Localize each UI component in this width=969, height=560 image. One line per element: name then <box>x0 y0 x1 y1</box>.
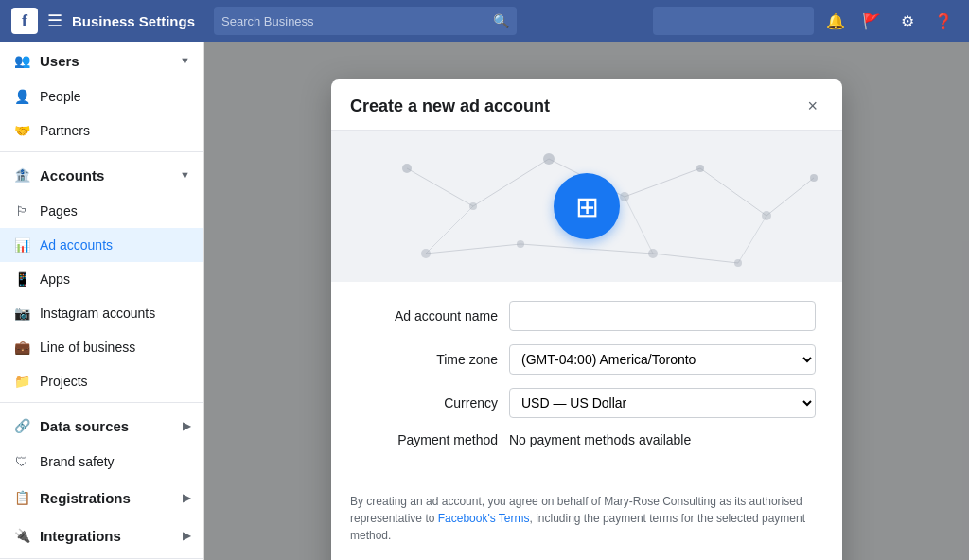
sidebar: 👥 Users ▼ 👤 People 🤝 Partners 🏦 Accounts… <box>0 42 204 560</box>
data-sources-chevron-icon: ▶ <box>183 420 190 432</box>
settings-icon[interactable]: ⚙ <box>893 7 922 35</box>
svg-line-11 <box>407 168 473 206</box>
projects-icon: 📁 <box>13 373 30 390</box>
payment-method-control: No payment methods available <box>509 431 816 448</box>
topbar: f ☰ Business Settings 🔍 🔔 🚩 ⚙ ❓ <box>0 0 969 42</box>
currency-control: USD — US Dollar <box>509 388 816 418</box>
currency-label: Currency <box>358 395 509 411</box>
integrations-icon: 🔌 <box>13 527 30 544</box>
line-of-business-label: Line of business <box>40 340 190 355</box>
brand-safety-icon: 🛡 <box>13 453 30 470</box>
svg-line-14 <box>625 168 700 197</box>
modal-title: Create a new ad account <box>350 96 550 116</box>
sidebar-group-data-sources[interactable]: 🔗 Data sources ▶ <box>0 407 203 445</box>
svg-line-22 <box>738 216 766 263</box>
pages-label: Pages <box>40 203 190 219</box>
divider-2 <box>0 402 203 403</box>
users-group-label: Users <box>40 53 170 69</box>
svg-line-15 <box>700 168 766 216</box>
sidebar-item-partners[interactable]: 🤝 Partners <box>0 114 203 148</box>
users-icon: 👥 <box>13 52 30 69</box>
time-zone-label: Time zone <box>358 352 509 367</box>
apps-label: Apps <box>40 271 190 287</box>
time-zone-row: Time zone (GMT-04:00) America/Toronto <box>358 344 816 375</box>
ad-accounts-label: Ad accounts <box>40 237 190 253</box>
topbar-title: Business Settings <box>72 13 195 29</box>
sidebar-item-pages[interactable]: 🏳 Pages <box>0 194 203 228</box>
brand-safety-label: Brand safety <box>40 454 190 469</box>
accounts-group-label: Accounts <box>40 167 170 184</box>
accounts-icon: 🏦 <box>13 166 30 184</box>
sidebar-group-users[interactable]: 👥 Users ▼ <box>0 42 203 79</box>
registrations-label: Registrations <box>40 490 173 506</box>
main-layout: 👥 Users ▼ 👤 People 🤝 Partners 🏦 Accounts… <box>0 42 969 560</box>
modal-footer-note: By creating an ad account, you agree on … <box>331 481 842 559</box>
ad-accounts-icon: 📊 <box>13 236 30 254</box>
partners-label: Partners <box>40 123 190 138</box>
search-input[interactable] <box>221 14 493 28</box>
svg-line-17 <box>426 244 520 254</box>
topbar-account-selector[interactable] <box>653 7 814 35</box>
content-area: Create a new ad account × <box>204 42 969 560</box>
integrations-label: Integrations <box>40 528 173 544</box>
sidebar-group-registrations[interactable]: 📋 Registrations ▶ <box>0 479 203 516</box>
modal-close-button[interactable]: × <box>802 95 823 118</box>
people-label: People <box>40 89 190 104</box>
svg-line-12 <box>473 159 549 206</box>
registrations-icon: 📋 <box>13 489 30 506</box>
line-of-business-icon: 💼 <box>13 339 30 356</box>
sidebar-item-instagram[interactable]: 📷 Instagram accounts <box>0 296 203 330</box>
partners-icon: 🤝 <box>13 122 30 139</box>
sidebar-item-projects[interactable]: 📁 Projects <box>0 364 203 398</box>
sidebar-item-apps[interactable]: 📱 Apps <box>0 262 203 296</box>
ad-icon: ⊞ <box>575 190 599 223</box>
apps-icon: 📱 <box>13 271 30 288</box>
svg-line-19 <box>653 254 738 263</box>
currency-row: Currency USD — US Dollar <box>358 388 816 418</box>
sidebar-item-ad-accounts[interactable]: 📊 Ad accounts <box>0 228 203 262</box>
sidebar-group-accounts[interactable]: 🏦 Accounts ▼ <box>0 156 203 194</box>
svg-line-21 <box>625 197 653 254</box>
time-zone-control: (GMT-04:00) America/Toronto <box>509 344 816 375</box>
facebook-terms-link[interactable]: Facebook's Terms <box>438 512 530 525</box>
ad-account-name-row: Ad account name <box>358 301 816 331</box>
fb-logo: f <box>11 8 38 34</box>
modal-icon-circle: ⊞ <box>554 173 620 239</box>
sidebar-group-integrations[interactable]: 🔌 Integrations ▶ <box>0 516 203 554</box>
currency-select[interactable]: USD — US Dollar <box>509 388 816 418</box>
help-icon[interactable]: ❓ <box>929 7 958 35</box>
instagram-icon: 📷 <box>13 305 30 322</box>
fb-logo-letter: f <box>22 11 27 31</box>
search-box[interactable]: 🔍 <box>214 7 517 35</box>
flag-icon[interactable]: 🚩 <box>857 7 886 35</box>
data-sources-icon: 🔗 <box>13 417 30 434</box>
integrations-chevron-icon: ▶ <box>183 530 190 542</box>
topbar-right: 🔔 🚩 ⚙ ❓ <box>653 7 958 35</box>
svg-line-18 <box>520 244 653 254</box>
ad-account-name-input[interactable] <box>509 301 816 331</box>
users-chevron-icon: ▼ <box>180 55 190 66</box>
modal-image-area: ⊞ <box>331 131 842 282</box>
sidebar-item-brand-safety[interactable]: 🛡 Brand safety <box>0 445 203 479</box>
registrations-chevron-icon: ▶ <box>183 492 190 504</box>
modal-overlay: Create a new ad account × <box>204 42 969 560</box>
sidebar-item-line-of-business[interactable]: 💼 Line of business <box>0 330 203 364</box>
sidebar-item-people[interactable]: 👤 People <box>0 79 203 114</box>
time-zone-select[interactable]: (GMT-04:00) America/Toronto <box>509 344 816 375</box>
instagram-label: Instagram accounts <box>40 306 190 321</box>
notifications-icon[interactable]: 🔔 <box>821 7 850 35</box>
payment-method-row: Payment method No payment methods availa… <box>358 431 816 448</box>
svg-line-16 <box>766 178 814 216</box>
divider-1 <box>0 151 203 152</box>
data-sources-label: Data sources <box>40 418 173 434</box>
payment-method-label: Payment method <box>358 432 509 447</box>
ad-account-name-control <box>509 301 816 331</box>
person-icon: 👤 <box>13 88 30 105</box>
search-icon: 🔍 <box>493 13 509 28</box>
ad-account-name-label: Ad account name <box>358 308 509 324</box>
menu-icon[interactable]: ☰ <box>47 10 62 31</box>
projects-label: Projects <box>40 374 190 389</box>
create-ad-account-modal: Create a new ad account × <box>331 79 842 560</box>
modal-header: Create a new ad account × <box>331 79 842 131</box>
accounts-chevron-icon: ▼ <box>180 169 190 181</box>
